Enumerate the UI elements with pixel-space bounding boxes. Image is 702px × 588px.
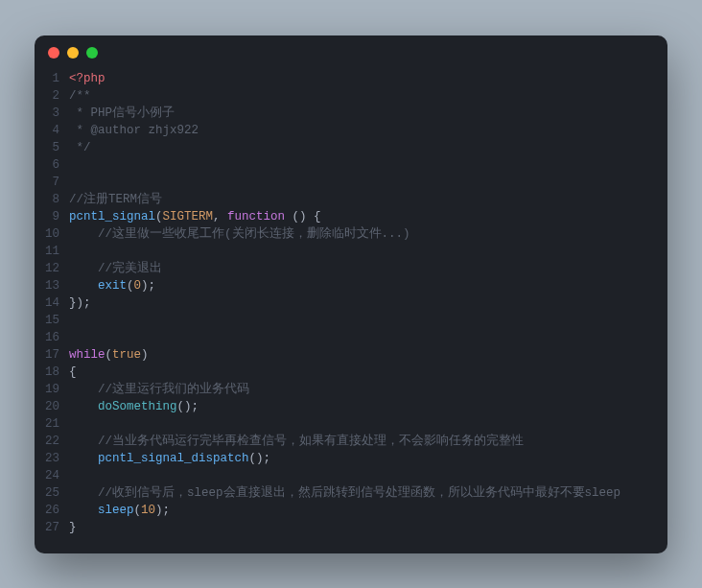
maximize-icon[interactable] (86, 47, 98, 59)
line-number: 19 (42, 381, 59, 398)
line-number: 17 (42, 346, 59, 364)
line-number: 25 (42, 484, 59, 502)
line-number: 6 (42, 156, 59, 174)
code-line (69, 156, 654, 174)
line-number: 22 (42, 433, 59, 450)
line-number: 5 (42, 139, 59, 156)
code-line (69, 243, 654, 260)
line-number: 23 (42, 450, 59, 467)
code-line: //这里做一些收尾工作(关闭长连接，删除临时文件...) (69, 225, 654, 243)
line-number: 8 (42, 191, 59, 208)
line-number: 16 (42, 329, 59, 346)
code-line: //当业务代码运行完毕再检查信号，如果有直接处理，不会影响任务的完整性 (69, 433, 654, 450)
code-line: } (69, 519, 654, 536)
line-number-gutter: 1234567891011121314151617181920212223242… (42, 70, 69, 536)
code-line: //完美退出 (69, 260, 654, 277)
line-number: 27 (42, 519, 59, 536)
line-number: 14 (42, 294, 59, 312)
line-number: 10 (42, 225, 59, 243)
code-line: //收到信号后，sleep会直接退出，然后跳转到信号处理函数，所以业务代码中最好… (69, 484, 654, 502)
code-line: pcntl_signal(SIGTERM, function () { (69, 208, 654, 225)
code-line: exit(0); (69, 277, 654, 294)
line-number: 24 (42, 467, 59, 484)
line-number: 15 (42, 312, 59, 329)
window-titlebar (35, 35, 667, 70)
code-line: pcntl_signal_dispatch(); (69, 450, 654, 467)
code-line: * PHP信号小例子 (69, 105, 654, 122)
line-number: 7 (42, 174, 59, 191)
line-number: 21 (42, 415, 59, 433)
minimize-icon[interactable] (67, 47, 79, 59)
code-line: //注册TERM信号 (69, 191, 654, 208)
close-icon[interactable] (48, 47, 59, 59)
line-number: 26 (42, 502, 59, 519)
code-line: */ (69, 139, 654, 156)
code-line: { (69, 364, 654, 381)
code-line (69, 415, 654, 433)
code-line (69, 312, 654, 329)
code-line: sleep(10); (69, 502, 654, 519)
line-number: 4 (42, 122, 59, 139)
line-number: 3 (42, 105, 59, 122)
code-editor: 1234567891011121314151617181920212223242… (35, 70, 667, 536)
code-line: doSomething(); (69, 398, 654, 415)
line-number: 9 (42, 208, 59, 225)
code-line (69, 329, 654, 346)
code-line: <?php (69, 70, 654, 87)
line-number: 12 (42, 260, 59, 277)
code-line (69, 467, 654, 484)
code-line (69, 174, 654, 191)
code-content: <?php/** * PHP信号小例子 * @author zhjx922 */… (69, 70, 654, 536)
code-window: 1234567891011121314151617181920212223242… (35, 35, 667, 553)
line-number: 18 (42, 364, 59, 381)
code-line: //这里运行我们的业务代码 (69, 381, 654, 398)
line-number: 11 (42, 243, 59, 260)
line-number: 2 (42, 87, 59, 105)
code-line: * @author zhjx922 (69, 122, 654, 139)
code-line: /** (69, 87, 654, 105)
code-line: }); (69, 294, 654, 312)
line-number: 20 (42, 398, 59, 415)
line-number: 13 (42, 277, 59, 294)
code-line: while(true) (69, 346, 654, 364)
line-number: 1 (42, 70, 59, 87)
